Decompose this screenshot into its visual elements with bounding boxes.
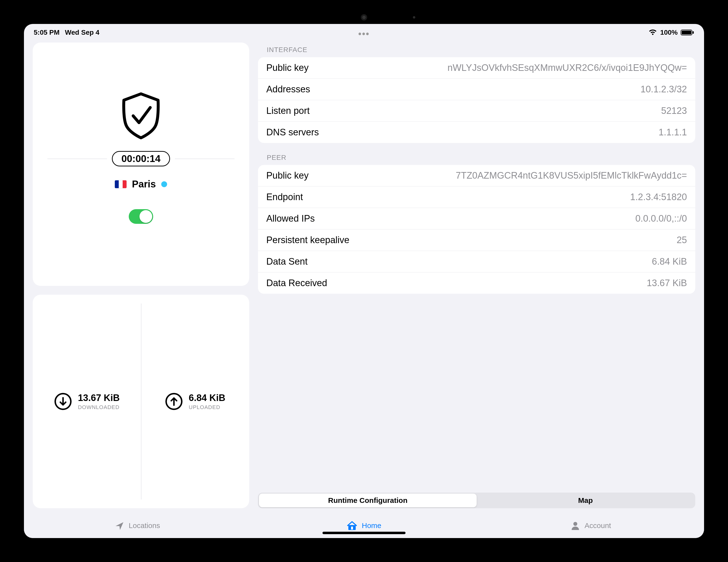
peer-list: Public key7TZ0AZMGCR4ntG1K8VUS5xipI5fEMl… (258, 165, 695, 294)
list-row[interactable]: Addresses10.1.2.3/32 (258, 79, 695, 100)
current-location[interactable]: Paris (115, 179, 167, 190)
list-row[interactable]: Data Sent6.84 KiB (258, 251, 695, 272)
row-label: DNS servers (266, 127, 319, 138)
uploaded-value: 6.84 KiB (189, 393, 225, 403)
tab-home[interactable]: Home (251, 513, 477, 538)
interface-section-header: Interface (258, 43, 695, 57)
connection-timer: 00:00:14 (112, 151, 170, 166)
segment-runtime-configuration[interactable]: Runtime Configuration (259, 494, 477, 507)
tab-locations[interactable]: Locations (24, 513, 251, 538)
row-value: 1.1.1.1 (659, 127, 687, 138)
segment-map[interactable]: Map (477, 494, 694, 507)
row-label: Persistent keepalive (266, 235, 349, 245)
row-label: Endpoint (266, 192, 303, 202)
svg-rect-5 (351, 527, 353, 530)
row-label: Addresses (266, 84, 310, 95)
row-value: 0.0.0.0/0,::/0 (635, 213, 687, 224)
tab-label: Home (362, 521, 381, 530)
row-label: Allowed IPs (266, 213, 315, 224)
connection-status-card: 00:00:14 Paris (33, 43, 249, 286)
battery-percent: 100% (660, 29, 678, 36)
multitask-indicator[interactable]: ••• (358, 29, 370, 39)
battery-icon (681, 29, 694, 36)
svg-point-6 (573, 522, 577, 526)
row-value: 25 (677, 235, 687, 245)
list-row[interactable]: Data Received13.67 KiB (258, 272, 695, 294)
download-icon (54, 392, 72, 411)
row-label: Public key (266, 63, 309, 73)
row-value: 1.2.3.4:51820 (630, 192, 687, 202)
tab-account[interactable]: Account (477, 513, 704, 538)
list-row[interactable]: Endpoint1.2.3.4:51820 (258, 186, 695, 208)
list-row[interactable]: DNS servers1.1.1.1 (258, 122, 695, 143)
row-value: 10.1.2.3/32 (641, 84, 687, 95)
tab-label: Account (585, 521, 611, 530)
list-row[interactable]: Public keynWLYJsOVkfvhSEsqXMmwUXR2C6/x/i… (258, 57, 695, 79)
upload-icon (165, 392, 183, 411)
svg-rect-2 (693, 31, 694, 34)
row-value: 7TZ0AZMGCR4ntG1K8VUS5xipI5fEMlcTklkFwAyd… (456, 170, 687, 181)
row-value: 6.84 KiB (652, 256, 687, 267)
status-bar: 5:05 PM Wed Sep 4 ••• 100% (24, 24, 704, 41)
list-row[interactable]: Persistent keepalive25 (258, 229, 695, 251)
row-label: Listen port (266, 106, 310, 116)
row-value: 52123 (661, 106, 687, 116)
france-flag-icon (115, 180, 127, 188)
list-row[interactable]: Public key7TZ0AZMGCR4ntG1K8VUS5xipI5fEMl… (258, 165, 695, 186)
list-row[interactable]: Allowed IPs0.0.0.0/0,::/0 (258, 208, 695, 229)
downloaded-label: DOWNLOADED (78, 404, 120, 411)
peer-section-header: Peer (258, 150, 695, 165)
home-indicator[interactable] (322, 532, 406, 534)
status-time: 5:05 PM (34, 29, 60, 36)
location-name: Paris (132, 179, 156, 190)
connection-toggle[interactable] (129, 209, 153, 224)
interface-list: Public keynWLYJsOVkfvhSEsqXMmwUXR2C6/x/i… (258, 57, 695, 143)
downloaded-value: 13.67 KiB (78, 393, 120, 403)
shield-check-icon (119, 91, 163, 141)
svg-rect-1 (682, 31, 691, 34)
wifi-icon (648, 29, 657, 36)
row-label: Public key (266, 170, 309, 181)
home-icon (347, 521, 357, 530)
status-indicator-dot (161, 181, 167, 187)
status-date: Wed Sep 4 (65, 29, 99, 36)
location-arrow-icon (115, 521, 124, 530)
row-label: Data Sent (266, 256, 308, 267)
transfer-stats-card: 13.67 KiB DOWNLOADED 6.84 KiB UPLOADED (33, 295, 249, 508)
uploaded-label: UPLOADED (189, 404, 225, 411)
view-segmented-control: Runtime Configuration Map (258, 493, 695, 508)
tab-label: Locations (129, 521, 160, 530)
person-icon (570, 521, 580, 530)
list-row[interactable]: Listen port52123 (258, 100, 695, 122)
row-value: 13.67 KiB (647, 278, 687, 288)
row-value: nWLYJsOVkfvhSEsqXMmwUXR2C6/x/ivqoi1E9JhY… (448, 63, 687, 73)
row-label: Data Received (266, 278, 327, 288)
